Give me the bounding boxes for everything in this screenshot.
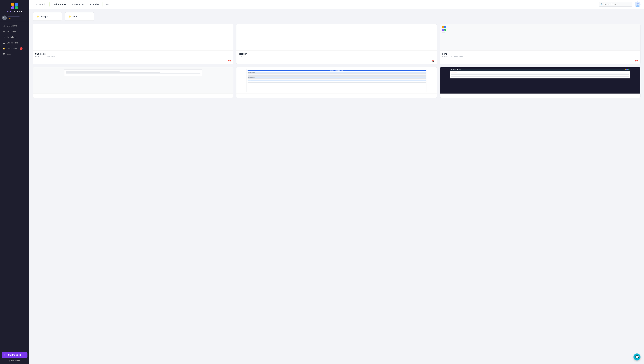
form-subtitle: Revision 3 - 0 Submissions (442, 56, 638, 58)
invitations-icon: ✈ (3, 36, 6, 39)
user-chevron-icon[interactable]: › (26, 17, 27, 19)
svg-rect-3 (15, 7, 18, 9)
form-card-employment[interactable]: EMPLOYMENT / JOB APPLICATION PERSONAL IN… (236, 67, 437, 98)
form-preview (33, 67, 233, 94)
form-info (236, 94, 437, 98)
sidebar-item-label: Trash (7, 53, 12, 55)
sidebar-nav: ⌂ Dashboard ⟳ Workflows ✈ Invitations ☰ … (0, 22, 29, 350)
start-to-build-button[interactable]: + + Start to build (2, 352, 28, 358)
form-footer: 📅 (440, 59, 640, 64)
form-info: Test.pdf Draft (236, 51, 437, 59)
form-title: Test.pdf (239, 53, 434, 55)
folder-label: Form (73, 15, 78, 18)
form-card-test-pdf[interactable]: Test.pdf Draft 📅 (236, 24, 437, 64)
sidebar-logo: PLATOFORMS (0, 0, 29, 14)
home-icon: ⌂ (33, 3, 34, 6)
user-plan: Gold (8, 18, 26, 20)
get-started-link[interactable]: ◎ Get Started (2, 359, 28, 362)
svg-rect-2 (12, 7, 14, 9)
search-input[interactable] (604, 3, 630, 6)
sidebar-item-label: Workflows (7, 30, 16, 33)
start-to-build-label: + Start to build (6, 354, 21, 356)
calendar-icon: 📅 (432, 60, 434, 63)
user-info: Gold (8, 16, 26, 20)
folder-sample[interactable]: 📁 Sample (33, 12, 62, 21)
form-title: Form (442, 53, 638, 55)
workflows-icon: ⟳ (3, 30, 6, 33)
sidebar-item-notifications[interactable]: 🔔 Notifications 1 (0, 46, 29, 51)
sidebar-item-label: Invitations (7, 36, 16, 38)
topbar: ⌂ Dashboard Online Forms Master Forms PD… (29, 0, 644, 9)
plus-icon: + (4, 354, 5, 356)
chat-icon: 💬 (635, 355, 639, 359)
tab-pdf-files[interactable]: PDF Files (88, 2, 102, 7)
topbar-dashboard-link[interactable]: ⌂ Dashboard (33, 3, 45, 6)
form-info (33, 94, 233, 98)
home-icon: ⌂ (3, 25, 6, 27)
sidebar-item-invitations[interactable]: ✈ Invitations (0, 34, 29, 40)
form-info: Form Revision 3 - 0 Submissions (440, 51, 640, 59)
forms-grid: Sample.pdf Revision 1 - 0 Submissions 📅 … (33, 24, 640, 98)
form-preview (236, 24, 437, 51)
sidebar-item-submissions[interactable]: ☰ Submissions (0, 40, 29, 46)
notifications-badge: 1 (20, 47, 22, 50)
sidebar-item-label: Submissions (7, 42, 18, 44)
form-info (440, 94, 640, 98)
get-started-label: Get Started (11, 359, 20, 362)
chat-button[interactable]: 💬 (634, 353, 640, 360)
svg-rect-1 (15, 3, 18, 6)
sidebar-user[interactable]: LT Gold › (0, 14, 29, 22)
form-subtitle: Draft (239, 56, 434, 58)
sidebar-item-trash[interactable]: 🗑 Trash (0, 51, 29, 57)
folder-icon: 📁 (36, 15, 39, 18)
app-logo-icon (11, 3, 18, 10)
topbar-tabs: Online Forms Master Forms PDF Files (50, 2, 102, 7)
user-bar (8, 16, 20, 18)
form-preview: — — — (440, 24, 640, 51)
main-content: ⌂ Dashboard Online Forms Master Forms PD… (29, 0, 644, 364)
svg-rect-0 (12, 3, 14, 6)
form-card-form[interactable]: — — — Form Revision 3 - 0 Submissions 📅 (440, 24, 640, 64)
sidebar-item-dashboard[interactable]: ⌂ Dashboard (0, 23, 29, 29)
dashboard-label: Dashboard (35, 3, 45, 6)
app-name-prefix: PLATO (7, 10, 14, 13)
sidebar-item-label: Dashboard (7, 25, 17, 27)
form-title: Sample.pdf (35, 53, 231, 55)
search-icon: 🔍 (601, 3, 603, 6)
form-info: Sample.pdf Revision 1 - 0 Submissions (33, 51, 233, 59)
sidebar: PLATOFORMS LT Gold › ⌂ Dashboard ⟳ Workf… (0, 0, 29, 364)
more-options-button[interactable]: ••• (105, 2, 110, 7)
form-card-blank[interactable] (33, 67, 233, 98)
tab-online-forms[interactable]: Online Forms (50, 2, 69, 7)
form-card-car-rental[interactable]: Car Rental Checklist Renter's section (440, 67, 640, 98)
form-footer: 📅 (33, 59, 233, 64)
folders-row: 📁 Sample 📁 Form (33, 12, 640, 21)
calendar-icon: 📅 (228, 60, 231, 63)
form-preview: EMPLOYMENT / JOB APPLICATION PERSONAL IN… (236, 67, 437, 94)
sidebar-item-label: Notifications (7, 47, 18, 50)
svg-rect-12 (442, 26, 444, 28)
app-name: PLATOFORMS (7, 10, 22, 13)
form-preview (33, 24, 233, 51)
form-card-sample-pdf[interactable]: Sample.pdf Revision 1 - 0 Submissions 📅 (33, 24, 233, 64)
sidebar-item-workflows[interactable]: ⟳ Workflows (0, 29, 29, 34)
search-bar: 🔍 (599, 2, 632, 7)
user-avatar-top[interactable] (635, 2, 640, 7)
avatar: LT (2, 16, 7, 20)
calendar-icon: 📅 (635, 60, 638, 63)
sidebar-bottom: + + Start to build ◎ Get Started (0, 350, 29, 364)
submissions-icon: ☰ (3, 41, 6, 44)
app-name-suffix: FORMS (14, 10, 22, 13)
circle-question-icon: ◎ (9, 359, 10, 362)
svg-rect-14 (442, 29, 444, 31)
folder-label: Sample (41, 15, 48, 18)
form-preview: Car Rental Checklist Renter's section (440, 67, 640, 94)
svg-rect-13 (444, 26, 446, 28)
content-area: 📁 Sample 📁 Form Sample.pdf Revision 1 - … (29, 9, 644, 364)
tab-master-forms[interactable]: Master Forms (69, 2, 87, 7)
folder-form[interactable]: 📁 Form (65, 12, 94, 21)
svg-point-8 (637, 3, 638, 5)
notifications-icon: 🔔 (3, 47, 6, 50)
trash-icon: 🗑 (3, 53, 6, 56)
user-initials: LT (3, 17, 6, 19)
